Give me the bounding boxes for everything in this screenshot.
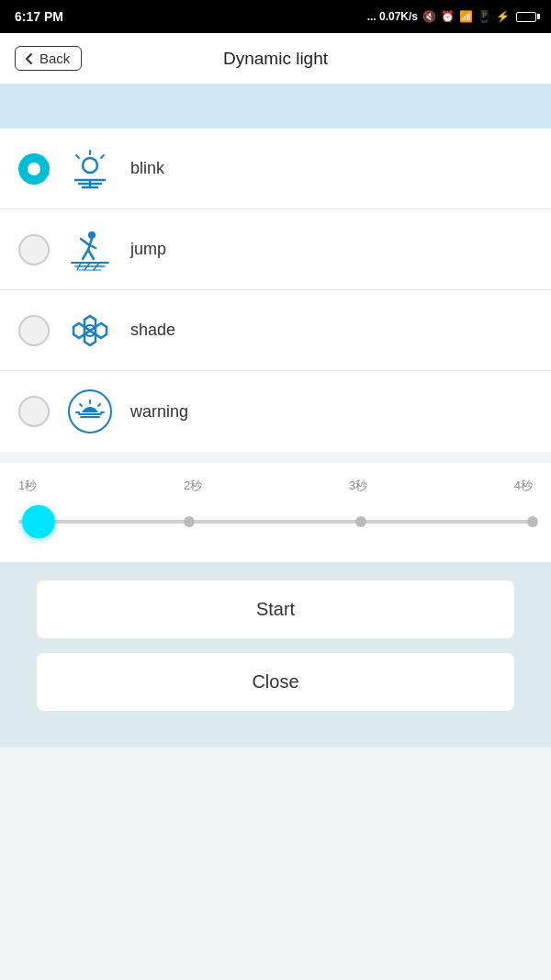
- list-item-blink[interactable]: blink: [0, 129, 551, 209]
- slider-label-1: 1秒: [18, 478, 37, 494]
- network-speed: ... 0.07K/s: [367, 10, 418, 23]
- slider-section: 1秒 2秒 3秒 4秒: [0, 463, 551, 562]
- header: Back Dynamic light: [0, 33, 551, 84]
- shade-icon: [64, 305, 116, 356]
- status-time: 6:17 PM: [15, 9, 63, 24]
- svg-line-22: [98, 404, 100, 406]
- list-item-jump[interactable]: jump: [0, 209, 551, 290]
- svg-line-13: [88, 250, 94, 259]
- blink-icon: [64, 143, 116, 195]
- slider-thumb[interactable]: [22, 505, 55, 538]
- radio-warning[interactable]: [18, 396, 50, 427]
- slider-label-2: 2秒: [184, 478, 202, 494]
- status-icons: ... 0.07K/s 🔇 ⏰ 📶 📱 ⚡: [367, 10, 536, 23]
- slider-dot-2: [184, 516, 195, 527]
- list-item-warning[interactable]: warning: [0, 371, 551, 452]
- list-item-shade[interactable]: shade: [0, 290, 551, 371]
- svg-line-23: [80, 404, 82, 406]
- shade-label: shade: [130, 321, 175, 340]
- slider-label-3: 3秒: [349, 478, 367, 494]
- back-arrow-icon: [23, 52, 36, 65]
- close-button[interactable]: Close: [37, 653, 514, 711]
- svg-line-6: [101, 155, 104, 158]
- slider-labels: 1秒 2秒 3秒 4秒: [18, 478, 533, 494]
- alarm-icon: ⏰: [441, 10, 455, 23]
- status-bar: 6:17 PM ... 0.07K/s 🔇 ⏰ 📶 📱 ⚡: [0, 0, 551, 33]
- radio-jump[interactable]: [18, 234, 50, 265]
- slider-track: [18, 520, 533, 524]
- wifi-icon: 📶: [459, 10, 473, 23]
- blink-label: blink: [130, 159, 164, 178]
- back-button[interactable]: Back: [15, 46, 82, 71]
- bottom-section: Start Close: [0, 562, 551, 748]
- battery-icon: [516, 12, 536, 22]
- slider-dot-3: [355, 516, 366, 527]
- jump-label: jump: [130, 240, 166, 259]
- mode-list: blink: [0, 129, 551, 452]
- svg-line-10: [81, 239, 88, 244]
- mute-icon: 🔇: [422, 10, 436, 23]
- radio-blink[interactable]: [18, 153, 50, 185]
- svg-line-7: [76, 155, 79, 158]
- radio-shade[interactable]: [18, 315, 50, 346]
- blue-banner: [0, 84, 551, 129]
- start-button[interactable]: Start: [37, 580, 514, 638]
- warning-icon: [64, 386, 116, 437]
- jump-icon: [64, 224, 116, 276]
- charging-icon: ⚡: [496, 10, 510, 23]
- warning-label: warning: [130, 402, 188, 422]
- svg-line-12: [83, 250, 88, 259]
- signal-icon: 📱: [478, 10, 491, 23]
- page-title: Dynamic light: [223, 49, 328, 69]
- slider-dot-4: [527, 516, 538, 527]
- slider-label-4: 4秒: [514, 478, 533, 494]
- slider-track-container[interactable]: [18, 503, 533, 540]
- svg-point-0: [83, 158, 97, 173]
